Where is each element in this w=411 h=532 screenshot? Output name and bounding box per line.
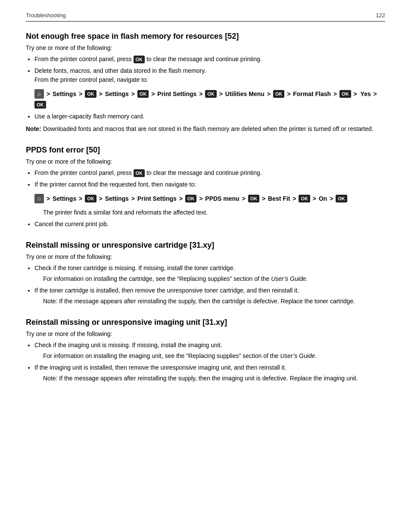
- section-reinstall-cartridge: Reinstall missing or unresponsive cartri…: [26, 241, 385, 306]
- nav-settings2: Settings: [105, 88, 129, 100]
- ok-btn-nav: OK: [85, 90, 97, 98]
- bullet-text: Check if the imaging unit is missing. If…: [34, 342, 222, 348]
- bullet-text: From the printer control panel, press: [34, 169, 134, 176]
- nav-separator: >: [177, 193, 184, 205]
- nav-utilities-menu: Utilities Menu: [225, 88, 265, 100]
- ok-btn-nav: OK: [339, 90, 351, 98]
- cartridge-sub-text: For information on installing the cartri…: [43, 274, 385, 283]
- try-text-ppds: Try one or more of the following:: [26, 158, 385, 165]
- nav-print-settings: Print Settings: [137, 193, 177, 205]
- bullet-text: Cancel the current print job.: [34, 221, 109, 227]
- bullet-text: If the imaging unit is installed, then r…: [34, 364, 286, 371]
- bullet-text: Use a larger-capacity flash memory card.: [34, 113, 144, 120]
- bullet-list-cartridge: Check if the toner cartridge is missing.…: [34, 264, 385, 306]
- section-title-imaging: Reinstall missing or unresponsive imagin…: [26, 318, 385, 327]
- ppds-sub-text: The printer finds a similar font and ref…: [43, 208, 385, 217]
- nav-separator: >: [311, 193, 318, 205]
- bullet-list-ppds: From the printer control panel, press OK…: [34, 168, 385, 229]
- nav-separator: >: [332, 88, 339, 100]
- bullet-text: Check if the toner cartridge is missing.…: [34, 264, 235, 271]
- sub-text: From the printer control panel, navigate…: [34, 76, 148, 83]
- nav-settings1: Settings: [53, 88, 76, 100]
- bullet-text: From the printer control panel, press: [34, 56, 134, 62]
- note-text: Downloaded fonts and macros that are not…: [43, 125, 374, 132]
- nav-separator: >: [352, 88, 359, 100]
- ok-button-display: OK: [134, 56, 145, 63]
- note-flash: Note: Downloaded fonts and macros that a…: [26, 124, 385, 134]
- ok-btn-nav: OK: [273, 90, 285, 98]
- imaging-note: Note: If the message appears after reins…: [43, 374, 385, 383]
- cartridge-note: Note: If the message appears after reins…: [43, 297, 385, 306]
- ok-btn-nav: OK: [205, 90, 217, 98]
- nav-separator: >: [197, 193, 204, 205]
- ok-button-display: OK: [134, 169, 145, 177]
- list-item: Check if the toner cartridge is missing.…: [34, 264, 385, 283]
- section-reinstall-imaging: Reinstall missing or unresponsive imagin…: [26, 318, 385, 383]
- bullet-text: Delete fonts, macros, and other data sto…: [34, 67, 206, 74]
- note-label: Note:: [43, 375, 57, 382]
- try-text-cartridge: Try one or more of the following:: [26, 253, 385, 260]
- nav-separator: >: [197, 88, 204, 100]
- nav-separator: >: [97, 193, 104, 205]
- list-item: From the printer control panel, press OK…: [34, 168, 385, 177]
- list-item: If the toner cartridge is installed, the…: [34, 286, 385, 306]
- nav-separator: >: [240, 193, 247, 205]
- note-label: Note:: [43, 298, 57, 305]
- imaging-sub-text: For information on installing the imagin…: [43, 352, 385, 361]
- bullet-text: If the printer cannot find the requested…: [34, 181, 196, 188]
- italic-text: User’s Guide: [280, 352, 315, 359]
- list-item: Use a larger-capacity flash memory card.: [34, 112, 385, 121]
- section-title-ppds: PPDS font error [50]: [26, 146, 385, 155]
- header-page-number: 122: [376, 12, 385, 19]
- nav-ppds-menu: PPDS menu: [205, 193, 239, 205]
- ok-btn-nav: OK: [85, 195, 97, 202]
- nav-separator: >: [372, 88, 379, 100]
- bullet-list-flash: From the printer control panel, press OK…: [34, 55, 385, 121]
- nav-separator: >: [149, 88, 156, 100]
- nav-block-ppds: ⌂ > Settings > OK > Settings > Print Set…: [34, 193, 385, 205]
- bullet-list-imaging: Check if the imaging unit is missing. If…: [34, 341, 385, 383]
- nav-separator: >: [130, 88, 137, 100]
- nav-separator: >: [328, 193, 335, 205]
- page: Troubleshooting 122 Not enough free spac…: [0, 0, 411, 412]
- bullet-text: to clear the message and continue printi…: [146, 169, 262, 176]
- section-title-flash: Not enough free space in flash memory fo…: [26, 32, 385, 41]
- nav-separator: >: [265, 88, 272, 100]
- nav-settings2: Settings: [105, 193, 129, 205]
- list-item: Delete fonts, macros, and other data sto…: [34, 66, 385, 109]
- nav-print-settings: Print Settings: [157, 88, 196, 100]
- note-label: Note:: [26, 125, 41, 132]
- nav-separator: >: [285, 88, 292, 100]
- nav-separator: >: [260, 193, 267, 205]
- nav-separator: >: [45, 193, 52, 205]
- ok-btn-nav: OK: [299, 195, 310, 202]
- try-text-imaging: Try one or more of the following:: [26, 330, 385, 337]
- nav-on: On: [319, 193, 327, 205]
- nav-separator: >: [218, 88, 224, 100]
- section-flash-memory: Not enough free space in flash memory fo…: [26, 32, 385, 134]
- ok-btn-nav: OK: [248, 195, 260, 202]
- nav-settings1: Settings: [53, 193, 76, 205]
- list-item: From the printer control panel, press OK…: [34, 55, 385, 64]
- list-item: If the imaging unit is installed, then r…: [34, 363, 385, 383]
- nav-yes: Yes: [361, 88, 371, 100]
- bullet-text: to clear the message and continue printi…: [146, 56, 262, 62]
- nav-separator: >: [291, 193, 298, 205]
- bullet-text: If the toner cartridge is installed, the…: [34, 287, 299, 294]
- try-text-flash: Try one or more of the following:: [26, 44, 385, 51]
- ok-btn-nav: OK: [185, 195, 197, 202]
- list-item: Cancel the current print job.: [34, 220, 385, 229]
- ok-btn-nav: OK: [336, 195, 347, 202]
- italic-text: User’s Guide: [271, 275, 306, 282]
- list-item: Check if the imaging unit is missing. If…: [34, 341, 385, 361]
- nav-separator: >: [45, 88, 52, 100]
- nav-best-fit: Best Fit: [268, 193, 290, 205]
- nav-separator: >: [97, 88, 104, 100]
- nav-separator: >: [77, 88, 84, 100]
- nav-separator: >: [77, 193, 84, 205]
- ok-btn-nav: OK: [137, 90, 149, 98]
- home-icon: ⌂: [34, 194, 44, 203]
- section-title-cartridge: Reinstall missing or unresponsive cartri…: [26, 241, 385, 250]
- nav-format-flash: Format Flash: [293, 88, 331, 100]
- page-header: Troubleshooting 122: [26, 12, 385, 22]
